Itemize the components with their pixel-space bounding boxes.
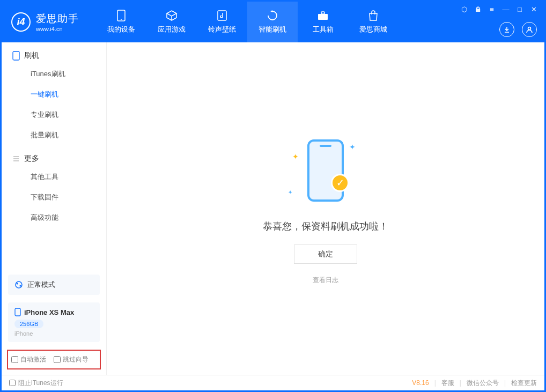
list-icon (12, 155, 20, 162)
refresh-icon (265, 10, 279, 21)
bag-icon (366, 10, 380, 21)
skip-guide-checkbox[interactable]: 跳过向导 (54, 355, 88, 364)
nav-my-device[interactable]: 我的设备 (96, 2, 146, 42)
mode-card[interactable]: 正常模式 (8, 275, 100, 295)
sidebar-item-other-tools[interactable]: 其他工具 (2, 167, 106, 187)
sparkle-icon: ✦ (349, 143, 356, 151)
success-message: 恭喜您，保资料刷机成功啦！ (263, 220, 388, 233)
logo-icon: i4 (11, 12, 31, 32)
view-log-link[interactable]: 查看日志 (313, 276, 338, 285)
check-icon: ✓ (331, 174, 349, 192)
minimize-icon[interactable]: — (501, 5, 510, 13)
nav-ringtones[interactable]: 铃声壁纸 (197, 2, 247, 42)
ok-button[interactable]: 确定 (294, 245, 357, 264)
footer-link-support[interactable]: 客服 (441, 379, 454, 388)
svg-rect-10 (15, 308, 20, 316)
sidebar-item-itunes-flash[interactable]: iTunes刷机 (2, 64, 106, 84)
sidebar-item-pro-flash[interactable]: 专业刷机 (2, 105, 106, 125)
logo-text: 爱思助手 www.i4.cn (36, 12, 79, 32)
top-nav: 我的设备 应用游戏 铃声壁纸 智能刷机 工具箱 爱思商城 (96, 2, 399, 42)
footer-link-wechat[interactable]: 微信公众号 (467, 379, 499, 388)
device-card[interactable]: iPhone XS Max 256GB iPhone (8, 302, 100, 342)
svg-rect-3 (318, 14, 328, 20)
svg-rect-4 (321, 12, 324, 14)
auto-activate-checkbox[interactable]: 自动激活 (11, 355, 46, 364)
block-itunes-checkbox[interactable]: 阻止iTunes运行 (9, 379, 63, 388)
svg-rect-2 (218, 11, 226, 20)
music-icon (215, 10, 229, 21)
maximize-icon[interactable]: □ (515, 5, 524, 13)
svg-point-9 (20, 285, 21, 287)
window-controls: ⬡ 🔒︎ ≡ — □ ✕ (460, 5, 538, 13)
sparkle-icon: ✦ (292, 152, 299, 161)
user-button[interactable] (522, 22, 537, 37)
sidebar-item-oneclick-flash[interactable]: 一键刷机 (2, 84, 106, 105)
device-icon (14, 308, 21, 316)
lock-icon[interactable]: 🔒︎ (474, 5, 482, 13)
sidebar-section-flash: 刷机 (2, 42, 106, 64)
svg-point-1 (121, 19, 122, 20)
close-icon[interactable]: ✕ (529, 5, 538, 13)
footer-link-update[interactable]: 检查更新 (511, 379, 537, 388)
header-actions (499, 22, 537, 37)
logo: i4 爱思助手 www.i4.cn (2, 12, 88, 32)
download-button[interactable] (499, 22, 514, 37)
phone-icon (12, 51, 20, 61)
sidebar-item-advanced[interactable]: 高级功能 (2, 208, 106, 228)
status-bar: 阻止iTunes运行 V8.16 | 客服 | 微信公众号 | 检查更新 (2, 375, 544, 390)
success-illustration: ✦ ✦ ✦ ✓ (277, 133, 374, 208)
sidebar-item-download-firmware[interactable]: 下载固件 (2, 187, 106, 208)
device-capacity: 256GB (14, 320, 43, 328)
app-url: www.i4.cn (36, 26, 79, 32)
main-content: ✦ ✦ ✦ ✓ 恭喜您，保资料刷机成功啦！ 确定 查看日志 (107, 42, 544, 375)
sidebar: 刷机 iTunes刷机 一键刷机 专业刷机 批量刷机 更多 其他工具 下载固件 … (2, 42, 107, 375)
cube-icon (165, 10, 179, 21)
flash-options: 自动激活 跳过向导 (7, 350, 101, 369)
device-type: iPhone (14, 330, 93, 337)
version-label: V8.16 (412, 379, 429, 387)
sidebar-item-batch-flash[interactable]: 批量刷机 (2, 125, 106, 145)
toolbox-icon (316, 10, 330, 21)
nav-toolbox[interactable]: 工具箱 (298, 2, 348, 42)
mode-icon (14, 280, 23, 289)
app-header: i4 爱思助手 www.i4.cn 我的设备 应用游戏 铃声壁纸 智能刷机 工具… (2, 2, 544, 42)
nav-store[interactable]: 爱思商城 (348, 2, 399, 42)
phone-illustration (307, 139, 344, 202)
device-name: iPhone XS Max (24, 308, 74, 316)
nav-smart-flash[interactable]: 智能刷机 (247, 2, 298, 42)
tshirt-icon[interactable]: ⬡ (460, 5, 468, 13)
svg-point-8 (17, 283, 18, 285)
sidebar-section-more: 更多 (2, 145, 106, 167)
svg-rect-6 (13, 51, 19, 60)
app-name: 爱思助手 (36, 12, 79, 26)
nav-apps-games[interactable]: 应用游戏 (146, 2, 197, 42)
svg-point-7 (16, 282, 22, 288)
svg-point-5 (528, 27, 531, 30)
device-icon (114, 10, 128, 21)
menu-icon[interactable]: ≡ (488, 5, 496, 13)
sparkle-icon: ✦ (288, 189, 292, 195)
